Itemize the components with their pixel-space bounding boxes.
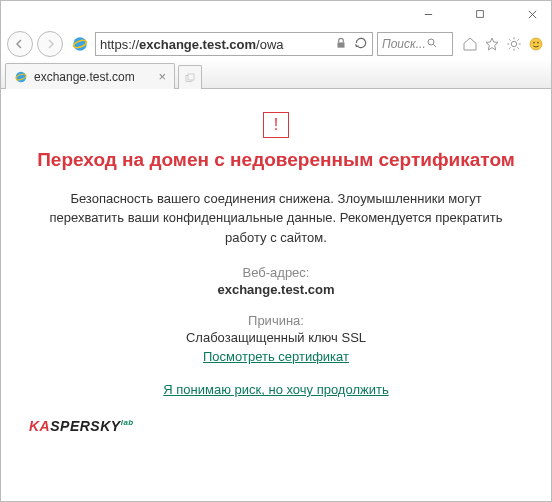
web-address-value: exchange.test.com [30,282,522,297]
nav-forward-button[interactable] [37,31,63,57]
proceed-anyway-link[interactable]: Я понимаю риск, но хочу продолжить [163,382,388,397]
nav-back-button[interactable] [7,31,33,57]
page-content: ! Переход на домен с недоверенным сертиф… [1,89,551,502]
browser-navbar: https://exchange.test.com/owa Поиск... [1,27,551,61]
new-tab-button[interactable] [178,65,202,89]
toolbar-icons [461,35,545,53]
settings-gear-icon[interactable] [505,35,523,53]
url-host: exchange.test.com [139,37,256,52]
kaspersky-logo: KASPERSKYlab [21,418,531,438]
web-address-label: Веб-адрес: [30,265,522,280]
window-maximize-button[interactable] [463,3,497,25]
svg-rect-6 [338,42,345,47]
warning-icon: ! [263,112,289,138]
svg-point-21 [16,71,27,82]
home-icon[interactable] [461,35,479,53]
search-placeholder: Поиск... [382,37,426,51]
tab-close-icon[interactable]: × [158,69,166,84]
address-icons [334,36,368,53]
view-certificate-link[interactable]: Посмотреть сертификат [203,349,349,364]
svg-line-17 [517,39,518,40]
window-close-button[interactable] [515,3,549,25]
address-url: https://exchange.test.com/owa [100,37,334,52]
tab-strip: exchange.test.com × [1,61,551,89]
smiley-icon[interactable] [527,35,545,53]
reason-value: Слабозащищенный ключ SSL [30,330,522,345]
logo-spersky: SPERSKY [50,418,120,434]
ie-logo-icon [71,35,89,53]
svg-point-20 [537,42,539,44]
url-scheme: https:// [100,37,139,52]
svg-rect-24 [188,74,194,80]
address-bar[interactable]: https://exchange.test.com/owa [95,32,373,56]
favorites-star-icon[interactable] [483,35,501,53]
svg-point-9 [511,41,516,46]
url-path: /owa [256,37,283,52]
svg-line-15 [517,47,518,48]
ie-favicon-icon [14,70,28,84]
tab-active[interactable]: exchange.test.com × [5,63,175,89]
window-minimize-button[interactable] [411,3,445,25]
svg-line-14 [509,39,510,40]
svg-point-7 [428,39,434,45]
logo-ka: KA [29,418,50,434]
search-input[interactable]: Поиск... [377,32,453,56]
svg-line-16 [509,47,510,48]
svg-rect-1 [477,11,484,18]
tab-title: exchange.test.com [34,70,152,84]
svg-point-18 [530,38,542,50]
refresh-icon[interactable] [354,36,368,53]
warning-title: Переход на домен с недоверенным сертифик… [30,148,522,173]
logo-lab: lab [121,418,134,427]
svg-point-19 [533,42,535,44]
svg-line-8 [433,44,436,47]
search-icon [426,37,448,52]
window-titlebar [1,1,551,27]
lock-icon [334,36,348,53]
warning-body: Безопасность вашего соединения снижена. … [34,189,518,248]
certificate-warning-card: ! Переход на домен с недоверенным сертиф… [21,105,531,410]
reason-label: Причина: [30,313,522,328]
